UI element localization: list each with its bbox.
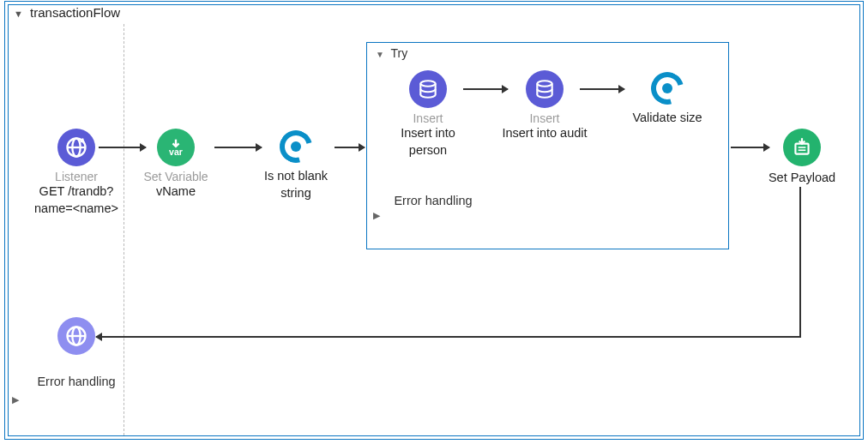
insert-audit-node[interactable]: Insert Insert into audit: [497, 70, 592, 142]
svg-point-4: [420, 81, 435, 87]
svg-text:var: var: [169, 147, 183, 157]
try-error-handling-label: Error handling: [386, 193, 480, 210]
validate-icon: [278, 129, 314, 165]
validate-size-label: Validate size: [616, 110, 719, 127]
validate-icon: [649, 70, 685, 106]
expand-try-error-handling-icon[interactable]: ▶: [373, 210, 380, 221]
insert-person-node[interactable]: Insert Insert into person: [381, 70, 475, 159]
try-error-handling[interactable]: Error handling: [386, 193, 480, 210]
svg-rect-6: [795, 144, 808, 154]
set-variable-node[interactable]: var Set Variable vName: [133, 129, 219, 201]
caret-down-icon: ▼: [376, 50, 384, 59]
return-line-horizontal: [96, 336, 801, 338]
svg-point-5: [537, 81, 552, 87]
try-title-label: Try: [391, 46, 408, 60]
expand-error-handling-icon[interactable]: ▶: [12, 394, 19, 405]
insert-audit-label: Insert into audit: [497, 125, 592, 142]
listener-label: GET /trandb?name=<name>: [29, 183, 124, 217]
variable-icon: var: [157, 129, 195, 166]
caret-down-icon: ▼: [14, 9, 23, 19]
payload-icon: [783, 129, 821, 166]
insert-person-label: Insert into person: [381, 125, 475, 159]
source-divider: [124, 24, 124, 435]
listener-node[interactable]: Listener GET /trandb?name=<name>: [29, 129, 124, 217]
flow-canvas: ▼ transactionFlow ▶ Listener GET /trandb…: [0, 0, 868, 444]
globe-icon: [57, 317, 95, 355]
main-error-handling[interactable]: Error handling: [31, 374, 122, 391]
validate-size-node[interactable]: Validate size: [616, 70, 719, 127]
database-icon: [409, 70, 447, 108]
is-not-blank-node[interactable]: Is not blank string: [249, 129, 343, 201]
flow-title-label: transactionFlow: [30, 5, 120, 20]
main-error-handling-node[interactable]: [31, 317, 122, 355]
insert-person-subtype: Insert: [381, 111, 475, 125]
insert-audit-subtype: Insert: [497, 111, 592, 125]
listener-subtype: Listener: [29, 170, 124, 183]
database-icon: [526, 70, 564, 108]
main-error-handling-label: Error handling: [31, 374, 122, 391]
is-not-blank-label: Is not blank string: [249, 168, 343, 201]
arrow-notblank-to-try: [335, 147, 365, 148]
try-title[interactable]: ▼ Try: [376, 46, 407, 60]
return-line-vertical: [799, 187, 801, 337]
globe-icon: [57, 129, 95, 166]
set-payload-node[interactable]: Set Payload: [755, 129, 849, 187]
set-variable-label: vName: [133, 183, 219, 201]
flow-title[interactable]: ▼ transactionFlow: [14, 5, 120, 20]
set-variable-subtype: Set Variable: [133, 170, 219, 183]
set-payload-label: Set Payload: [755, 170, 849, 187]
